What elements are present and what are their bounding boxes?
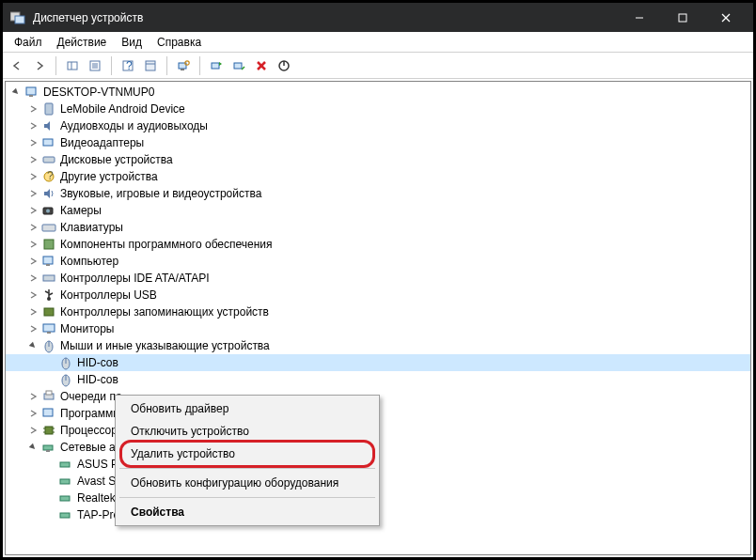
back-button[interactable]	[7, 55, 27, 76]
expand-icon[interactable]	[26, 322, 39, 335]
no-expander	[43, 474, 56, 488]
expand-icon[interactable]	[26, 102, 39, 116]
svg-rect-25	[26, 87, 36, 95]
update-driver-button[interactable]	[206, 55, 227, 76]
svg-rect-3	[679, 14, 686, 22]
tree-category[interactable]: Аудиовходы и аудиовыходы	[6, 117, 750, 134]
menu-action[interactable]: Действие	[50, 33, 115, 52]
show-hide-tree-button[interactable]	[62, 55, 83, 76]
tree-category[interactable]: ?Другие устройства	[6, 168, 750, 185]
tree-category[interactable]: Мониторы	[6, 320, 750, 337]
close-button[interactable]	[704, 3, 748, 32]
tree-item-hid-mouse-selected[interactable]: HID-сов	[6, 354, 750, 371]
item-label: HID-сов	[77, 356, 118, 369]
tree-category[interactable]: Дисковые устройства	[6, 151, 750, 168]
tree-root[interactable]: DESKTOP-VTNMUP0	[6, 84, 750, 101]
expand-icon[interactable]	[26, 221, 39, 234]
cat-label: Очереди пе	[60, 390, 122, 403]
tree-category[interactable]: Видеоадаптеры	[6, 134, 750, 151]
enable-button[interactable]	[274, 55, 294, 76]
tree-category[interactable]: Клавиатуры	[6, 219, 750, 236]
ctx-disable-device[interactable]: Отключить устройство	[118, 420, 377, 443]
tree-category[interactable]: Контроллеры USB	[6, 287, 750, 303]
expand-icon[interactable]	[26, 170, 39, 183]
menu-help[interactable]: Справка	[150, 33, 209, 52]
tree-category[interactable]: Камеры	[6, 202, 750, 219]
properties2-button[interactable]	[140, 55, 161, 76]
toolbar-separator	[166, 56, 167, 75]
expand-icon[interactable]	[26, 305, 39, 319]
tree-category-mice[interactable]: Мыши и иные указывающие устройства	[6, 337, 750, 354]
svg-rect-37	[46, 264, 50, 266]
uninstall-button[interactable]	[251, 55, 272, 76]
window-frame: Диспетчер устройств Файл Действие Вид Сп…	[0, 0, 756, 560]
svg-rect-62	[60, 462, 70, 467]
expand-icon[interactable]	[26, 204, 39, 217]
device-tree-panel: DESKTOP-VTNMUP0 LeMobile Android Device …	[5, 81, 751, 555]
ctx-separator	[119, 468, 375, 469]
tree-category[interactable]: Контроллеры IDE ATA/ATAPI	[6, 270, 750, 287]
monitor-icon	[41, 321, 56, 336]
tree-category[interactable]: Звуковые, игровые и видеоустройства	[6, 185, 750, 202]
svg-rect-29	[43, 157, 55, 163]
ctx-separator	[119, 497, 375, 498]
disk-icon	[41, 152, 56, 167]
ctx-update-driver[interactable]: Обновить драйвер	[118, 397, 377, 420]
collapse-icon[interactable]	[26, 339, 39, 352]
ctx-scan-hardware[interactable]: Обновить конфигурацию оборудования	[118, 472, 377, 494]
scan-hardware-button[interactable]	[173, 55, 194, 76]
toolbar-separator	[199, 56, 200, 75]
collapse-icon[interactable]	[26, 441, 39, 454]
expand-icon[interactable]	[26, 272, 39, 285]
tree-category[interactable]: Контроллеры запоминающих устройств	[6, 303, 750, 320]
forward-button[interactable]	[29, 55, 50, 76]
context-menu: Обновить драйвер Отключить устройство Уд…	[115, 395, 380, 526]
expand-icon[interactable]	[26, 255, 39, 268]
expand-icon[interactable]	[26, 136, 39, 149]
cat-label: Мыши и иные указывающие устройства	[60, 339, 270, 352]
no-expander	[43, 356, 56, 369]
collapse-icon[interactable]	[9, 86, 23, 99]
ctx-properties[interactable]: Свойства	[118, 501, 377, 523]
ide-icon	[41, 271, 56, 286]
network-adapter-icon	[58, 457, 73, 472]
svg-rect-54	[43, 409, 53, 416]
cat-label: Процессор	[60, 424, 118, 437]
svg-point-33	[46, 210, 50, 213]
expand-icon[interactable]	[26, 288, 39, 302]
svg-rect-28	[43, 139, 53, 146]
expand-icon[interactable]	[26, 424, 39, 437]
network-icon	[41, 440, 56, 455]
menu-view[interactable]: Вид	[114, 33, 150, 52]
minimize-button[interactable]	[618, 3, 661, 32]
svg-rect-17	[181, 69, 184, 70]
camera-icon	[41, 203, 56, 218]
tree-item-hid-mouse[interactable]: HID-сов	[6, 371, 750, 388]
svg-rect-63	[60, 479, 70, 484]
print-queue-icon	[41, 389, 56, 404]
expand-icon[interactable]	[26, 238, 39, 251]
unknown-icon: ?	[41, 169, 56, 184]
disable-button[interactable]	[228, 55, 249, 76]
display-adapter-icon	[41, 135, 56, 150]
cat-label: Сетевые ад	[60, 441, 122, 454]
computer-icon	[41, 254, 56, 269]
expand-icon[interactable]	[26, 407, 39, 420]
tree-category[interactable]: Компоненты программного обеспечения	[6, 236, 750, 253]
properties-button[interactable]	[85, 55, 105, 76]
tree-category[interactable]: LeMobile Android Device	[6, 101, 750, 117]
expand-icon[interactable]	[26, 119, 39, 132]
help-button[interactable]: ?	[118, 55, 138, 76]
mouse-icon	[58, 355, 73, 370]
ctx-uninstall-device[interactable]: Удалить устройство	[118, 443, 377, 465]
expand-icon[interactable]	[26, 390, 39, 403]
expand-icon[interactable]	[26, 153, 39, 166]
menu-file[interactable]: Файл	[7, 33, 50, 52]
cat-label: Другие устройства	[60, 170, 158, 183]
maximize-button[interactable]	[661, 3, 704, 32]
toolbar-separator	[111, 56, 112, 75]
tree-category[interactable]: Компьютер	[6, 253, 750, 270]
svg-rect-38	[43, 275, 55, 281]
network-adapter-icon	[58, 490, 73, 506]
expand-icon[interactable]	[26, 187, 39, 200]
